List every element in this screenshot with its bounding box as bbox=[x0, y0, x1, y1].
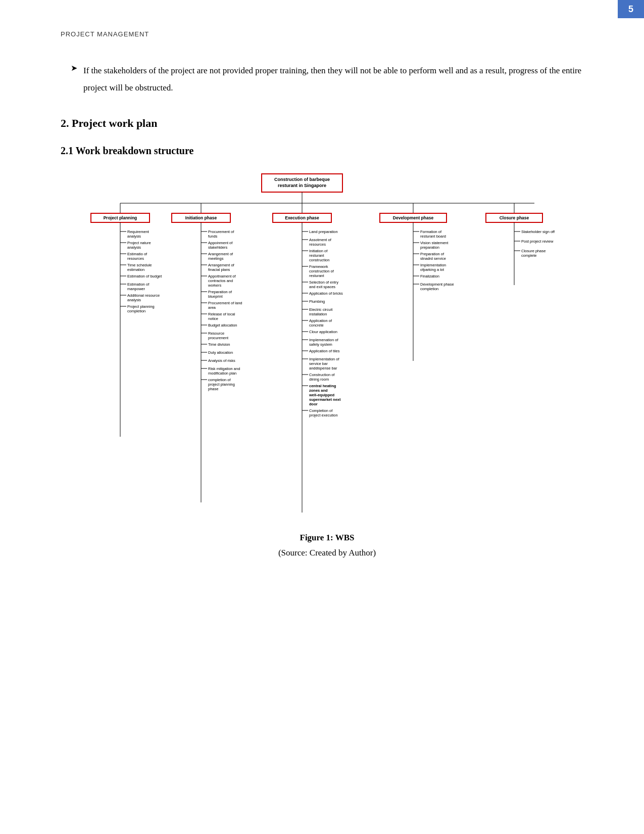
svg-text:Risk mitigation and: Risk mitigation and bbox=[208, 366, 240, 371]
wbs-diagram: .box-root { fill: white; stroke: #c00; s… bbox=[61, 169, 593, 523]
bullet-text: If the stakeholders of the project are n… bbox=[83, 62, 593, 97]
svg-text:Completion of: Completion of bbox=[309, 408, 333, 413]
figure-caption-text: Figure 1: WBS bbox=[300, 533, 355, 542]
section-heading: 2. Project work plan bbox=[61, 117, 593, 130]
svg-text:Preparation of: Preparation of bbox=[208, 290, 232, 294]
svg-text:area: area bbox=[208, 305, 216, 310]
svg-text:resturant: resturant bbox=[309, 253, 325, 258]
svg-text:notice: notice bbox=[208, 316, 218, 321]
svg-text:zones and: zones and bbox=[309, 388, 328, 393]
svg-text:Application of bricks: Application of bricks bbox=[309, 291, 343, 296]
svg-text:Land preparation: Land preparation bbox=[309, 229, 338, 234]
page-number: 5 bbox=[628, 4, 633, 15]
svg-text:stakehlders: stakehlders bbox=[208, 245, 228, 250]
svg-text:meetings: meetings bbox=[208, 256, 224, 261]
svg-text:Implemenation of: Implemenation of bbox=[309, 338, 338, 342]
svg-text:resturant board: resturant board bbox=[420, 234, 446, 239]
section-title: Project work plan bbox=[72, 117, 157, 129]
svg-text:analysis: analysis bbox=[127, 245, 141, 250]
svg-text:Electric circuit: Electric circuit bbox=[309, 307, 333, 312]
svg-text:Construction of barbeque: Construction of barbeque bbox=[274, 177, 330, 182]
svg-text:Stakeholder sign off: Stakeholder sign off bbox=[521, 229, 555, 234]
svg-text:modification plan: modification plan bbox=[208, 371, 236, 376]
svg-text:completion of: completion of bbox=[208, 378, 231, 382]
svg-text:Formation of: Formation of bbox=[420, 229, 442, 234]
subsection-title: Work breakdown structure bbox=[76, 145, 194, 156]
page-header: PROJECT MANAGEMENT bbox=[61, 30, 593, 42]
svg-text:Analysis of risks: Analysis of risks bbox=[208, 358, 235, 363]
figure-source-text: (Source: Created by Author) bbox=[278, 548, 376, 558]
svg-text:preparation: preparation bbox=[420, 245, 439, 250]
bullet-arrow-icon: ➤ bbox=[71, 63, 77, 73]
svg-text:completion: completion bbox=[127, 309, 145, 313]
svg-text:dining room: dining room bbox=[309, 377, 329, 382]
cp-items: Stakeholder sign off Post project review… bbox=[514, 227, 555, 285]
svg-text:safety system: safety system bbox=[309, 342, 332, 347]
svg-text:anddispense bar: anddispense bar bbox=[309, 366, 337, 370]
bullet-item: ➤ If the stakeholders of the project are… bbox=[71, 62, 593, 97]
svg-text:blueprint: blueprint bbox=[208, 294, 223, 299]
svg-text:phase: phase bbox=[208, 387, 218, 391]
svg-text:estimation: estimation bbox=[127, 267, 144, 272]
page: 5 PROJECT MANAGEMENT ➤ If the stakeholde… bbox=[0, 0, 644, 834]
svg-text:contractos and: contractos and bbox=[208, 279, 233, 283]
svg-text:concrete: concrete bbox=[309, 323, 324, 328]
svg-text:complete: complete bbox=[521, 253, 536, 258]
svg-text:Arangement of: Arangement of bbox=[208, 252, 233, 256]
svg-text:Initiation phase: Initiation phase bbox=[185, 215, 217, 220]
svg-text:Assotment of: Assotment of bbox=[309, 238, 332, 242]
svg-text:Estimatio of: Estimatio of bbox=[127, 252, 147, 256]
svg-text:Initiation of: Initiation of bbox=[309, 249, 328, 253]
svg-text:Application of tiles: Application of tiles bbox=[309, 349, 340, 353]
svg-text:project execution: project execution bbox=[309, 413, 338, 418]
svg-text:Estimation of: Estimation of bbox=[127, 282, 150, 287]
svg-text:Vision statement: Vision statement bbox=[420, 241, 449, 245]
svg-text:well-equipped: well-equipped bbox=[309, 393, 334, 397]
svg-text:resturant: resturant bbox=[309, 273, 325, 278]
svg-text:Additional resource: Additional resource bbox=[127, 293, 160, 298]
svg-text:completion: completion bbox=[420, 287, 438, 291]
svg-text:Post project review: Post project review bbox=[521, 239, 554, 244]
svg-text:Duty allocation: Duty allocation bbox=[208, 350, 233, 355]
svg-text:Application of: Application of bbox=[309, 318, 332, 323]
ip-items: Procurement of funds Appoinment of stake… bbox=[201, 227, 242, 502]
svg-text:construction: construction bbox=[309, 258, 329, 262]
svg-text:project planning: project planning bbox=[208, 382, 235, 387]
svg-text:analysis: analysis bbox=[127, 234, 141, 239]
svg-text:installation: installation bbox=[309, 312, 327, 316]
svg-text:Procurement of: Procurement of bbox=[208, 229, 234, 234]
svg-text:Project planning: Project planning bbox=[127, 304, 155, 309]
svg-text:manpower: manpower bbox=[127, 287, 145, 291]
subsection-number: 2.1 bbox=[61, 145, 73, 156]
pp-items: Requirement analysis Project nature anal… bbox=[120, 227, 162, 437]
wbs-svg: .box-root { fill: white; stroke: #c00; s… bbox=[70, 169, 585, 523]
svg-text:Time schedule: Time schedule bbox=[127, 263, 152, 267]
svg-text:Estimation of budget: Estimation of budget bbox=[127, 274, 162, 279]
svg-text:Plumbing: Plumbing bbox=[309, 299, 325, 304]
header-title: PROJECT MANAGEMENT bbox=[61, 30, 149, 38]
svg-text:Implementation: Implementation bbox=[420, 263, 446, 267]
svg-text:Project nature: Project nature bbox=[127, 241, 151, 245]
svg-text:door: door bbox=[309, 402, 318, 406]
svg-text:ofparking a lot: ofparking a lot bbox=[420, 267, 444, 272]
bullet-section: ➤ If the stakeholders of the project are… bbox=[61, 62, 593, 97]
svg-text:Procurement of land: Procurement of land bbox=[208, 301, 242, 305]
svg-text:analysis: analysis bbox=[127, 298, 141, 302]
svg-text:procurenent: procurenent bbox=[208, 336, 229, 340]
svg-text:Framework: Framework bbox=[309, 264, 328, 269]
svg-text:service bar: service bar bbox=[309, 361, 328, 366]
svg-text:Implementation of: Implementation of bbox=[309, 357, 340, 361]
ep-items: Land preparation Assotment of resources … bbox=[302, 227, 343, 513]
svg-text:Construction of: Construction of bbox=[309, 373, 335, 377]
section-number: 2. bbox=[61, 117, 69, 129]
svg-text:central heating: central heating bbox=[309, 384, 336, 388]
svg-text:Time division: Time division bbox=[208, 342, 230, 347]
svg-text:Closure phase: Closure phase bbox=[521, 249, 546, 253]
svg-text:Resource: Resource bbox=[208, 331, 224, 336]
svg-text:Closure phase: Closure phase bbox=[499, 215, 529, 220]
svg-text:Development phase: Development phase bbox=[392, 215, 433, 220]
dp-items: Formation of resturant board Vision stat… bbox=[413, 227, 454, 361]
svg-text:Project planning: Project planning bbox=[103, 215, 137, 220]
svg-text:Arrangement of: Arrangement of bbox=[208, 263, 235, 267]
svg-text:resources: resources bbox=[127, 256, 144, 261]
